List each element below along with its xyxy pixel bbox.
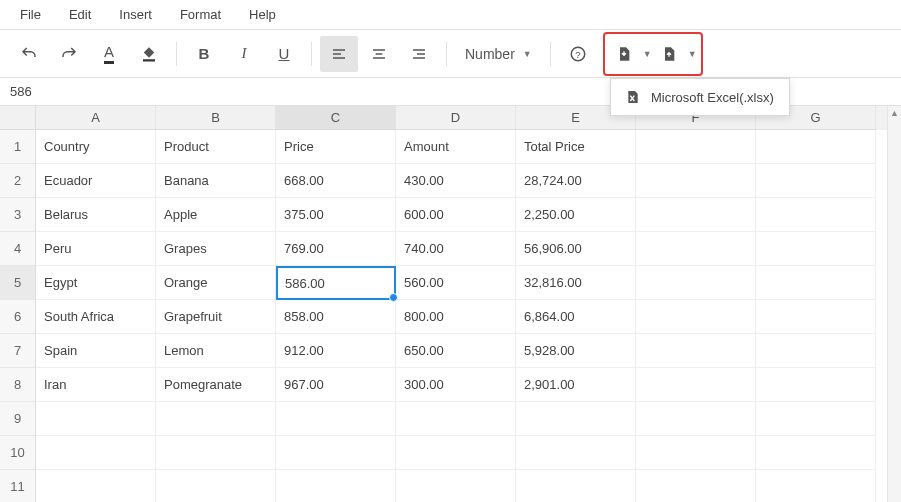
cell[interactable] (756, 232, 876, 266)
cell[interactable]: Amount (396, 130, 516, 164)
export-xlsx-item[interactable]: Microsoft Excel(.xlsx) (611, 83, 789, 111)
select-all-corner[interactable] (0, 106, 36, 130)
cell[interactable] (756, 130, 876, 164)
cell[interactable]: Total Price (516, 130, 636, 164)
undo-button[interactable] (10, 36, 48, 72)
cell[interactable] (636, 198, 756, 232)
cell[interactable]: 650.00 (396, 334, 516, 368)
cell[interactable]: 600.00 (396, 198, 516, 232)
cell[interactable]: Egypt (36, 266, 156, 300)
column-header[interactable]: A (36, 106, 156, 130)
cell[interactable] (756, 198, 876, 232)
row-header[interactable]: 4 (0, 232, 36, 266)
cell[interactable] (756, 436, 876, 470)
cell[interactable]: 740.00 (396, 232, 516, 266)
cell[interactable]: 375.00 (276, 198, 396, 232)
fill-color-button[interactable] (130, 36, 168, 72)
row-header[interactable]: 11 (0, 470, 36, 502)
import-button[interactable] (609, 36, 639, 72)
cell[interactable]: Grapes (156, 232, 276, 266)
cell[interactable]: 586.00 (276, 266, 396, 300)
cell[interactable]: Country (36, 130, 156, 164)
row-header[interactable]: 9 (0, 402, 36, 436)
cell[interactable] (636, 402, 756, 436)
cell[interactable]: 912.00 (276, 334, 396, 368)
cell[interactable]: 28,724.00 (516, 164, 636, 198)
cell[interactable]: Banana (156, 164, 276, 198)
cell[interactable]: 300.00 (396, 368, 516, 402)
bold-button[interactable]: B (185, 36, 223, 72)
cell[interactable]: 6,864.00 (516, 300, 636, 334)
chevron-down-icon[interactable]: ▼ (688, 49, 697, 59)
text-color-button[interactable]: A (90, 36, 128, 72)
cell[interactable]: 32,816.00 (516, 266, 636, 300)
column-header[interactable]: D (396, 106, 516, 130)
cell[interactable]: 769.00 (276, 232, 396, 266)
cell[interactable]: Iran (36, 368, 156, 402)
cell[interactable] (756, 334, 876, 368)
cell[interactable] (36, 470, 156, 502)
cell[interactable]: Belarus (36, 198, 156, 232)
cell[interactable]: 2,901.00 (516, 368, 636, 402)
cell[interactable] (756, 164, 876, 198)
cell[interactable] (756, 470, 876, 502)
cell[interactable]: Orange (156, 266, 276, 300)
row-header[interactable]: 3 (0, 198, 36, 232)
row-header[interactable]: 1 (0, 130, 36, 164)
cell[interactable]: Product (156, 130, 276, 164)
menu-edit[interactable]: Edit (57, 3, 103, 26)
cell[interactable]: 800.00 (396, 300, 516, 334)
cell[interactable]: 5,928.00 (516, 334, 636, 368)
cell[interactable] (156, 402, 276, 436)
cell[interactable] (276, 436, 396, 470)
cell[interactable]: Lemon (156, 334, 276, 368)
cell[interactable] (276, 470, 396, 502)
menu-file[interactable]: File (8, 3, 53, 26)
underline-button[interactable]: U (265, 36, 303, 72)
row-header[interactable]: 2 (0, 164, 36, 198)
menu-help[interactable]: Help (237, 3, 288, 26)
row-header[interactable]: 10 (0, 436, 36, 470)
cell[interactable] (396, 436, 516, 470)
cell[interactable] (636, 164, 756, 198)
cell[interactable] (756, 368, 876, 402)
cell[interactable] (516, 436, 636, 470)
number-format-button[interactable]: Number ▼ (455, 36, 542, 72)
cell[interactable]: Price (276, 130, 396, 164)
cell[interactable]: 56,906.00 (516, 232, 636, 266)
cell[interactable] (636, 470, 756, 502)
cell[interactable]: 560.00 (396, 266, 516, 300)
chevron-down-icon[interactable]: ▼ (643, 49, 652, 59)
cell[interactable] (636, 130, 756, 164)
cell[interactable]: 668.00 (276, 164, 396, 198)
menu-format[interactable]: Format (168, 3, 233, 26)
column-header[interactable]: C (276, 106, 396, 130)
cell[interactable] (636, 334, 756, 368)
row-header[interactable]: 6 (0, 300, 36, 334)
menu-insert[interactable]: Insert (107, 3, 164, 26)
cell[interactable] (156, 470, 276, 502)
align-right-button[interactable] (400, 36, 438, 72)
cell[interactable]: Peru (36, 232, 156, 266)
cell[interactable] (36, 436, 156, 470)
cell[interactable] (516, 470, 636, 502)
cell[interactable] (636, 266, 756, 300)
help-button[interactable]: ? (559, 36, 597, 72)
cell[interactable] (636, 436, 756, 470)
cell[interactable]: Ecuador (36, 164, 156, 198)
cell[interactable] (396, 402, 516, 436)
cell[interactable] (516, 402, 636, 436)
align-center-button[interactable] (360, 36, 398, 72)
cell[interactable] (276, 402, 396, 436)
export-button[interactable] (654, 36, 684, 72)
cell[interactable]: Apple (156, 198, 276, 232)
cell[interactable]: 430.00 (396, 164, 516, 198)
redo-button[interactable] (50, 36, 88, 72)
cell[interactable] (156, 436, 276, 470)
align-left-button[interactable] (320, 36, 358, 72)
vertical-scrollbar[interactable]: ▲ (887, 106, 901, 502)
cell[interactable] (396, 470, 516, 502)
cell[interactable] (756, 300, 876, 334)
cell[interactable]: 858.00 (276, 300, 396, 334)
cell[interactable] (636, 368, 756, 402)
